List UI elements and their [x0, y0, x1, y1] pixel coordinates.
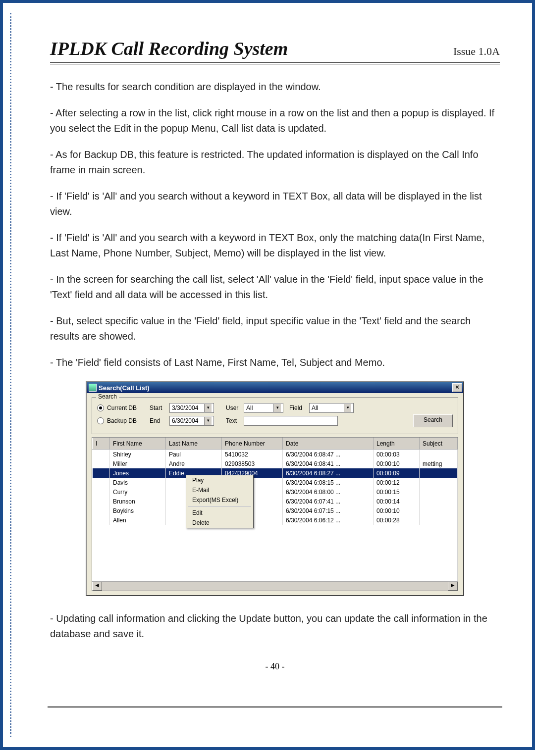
text-input[interactable] — [244, 416, 338, 426]
context-menu[interactable]: Play E-Mail Export(MS Excel) Edit Delete — [186, 475, 254, 528]
search-button[interactable]: Search — [413, 414, 453, 427]
search-group: Search Current DB Start 3/30/2004 ▾ User… — [92, 397, 458, 434]
field-select[interactable]: All ▾ — [309, 403, 354, 413]
table-row[interactable]: Brunson6/30/2004 6:07:41 ...00:00:14 — [93, 497, 458, 506]
menu-delete[interactable]: Delete — [186, 518, 253, 528]
close-button[interactable]: × — [452, 383, 462, 392]
chevron-down-icon[interactable]: ▾ — [204, 417, 212, 425]
col-first-name[interactable]: First Name — [110, 438, 166, 450]
col-i[interactable]: I — [93, 438, 110, 450]
table-row[interactable]: MillerAndre0290385036/30/2004 6:08:41 ..… — [93, 459, 458, 468]
document-header: IPLDK Call Recording System Issue 1.0A — [50, 38, 500, 64]
start-label: Start — [150, 404, 166, 411]
start-date-input[interactable]: 3/30/2004 ▾ — [169, 403, 214, 413]
menu-play[interactable]: Play — [186, 475, 253, 485]
user-select[interactable]: All ▾ — [244, 403, 283, 413]
body-paragraph: - The 'Field' field consists of Last Nam… — [50, 355, 500, 370]
body-paragraph: - After selecting a row in the list, cli… — [50, 105, 500, 136]
col-date[interactable]: Date — [283, 438, 374, 450]
chevron-down-icon[interactable]: ▾ — [273, 404, 281, 412]
user-label: User — [226, 404, 241, 411]
chevron-down-icon[interactable]: ▾ — [344, 404, 351, 412]
scroll-right-icon[interactable]: ► — [448, 582, 458, 591]
dialog-title: Search(Call List) — [99, 384, 150, 392]
body-paragraph: - In the screen for searching the call l… — [50, 272, 500, 302]
radio-backup-db-label: Backup DB — [107, 417, 147, 424]
field-label: Field — [289, 404, 306, 411]
end-date-input[interactable]: 6/30/2004 ▾ — [169, 416, 214, 426]
end-label: End — [150, 417, 166, 424]
results-table: I First Name Last Name Phone Number Date… — [92, 437, 458, 591]
scroll-left-icon[interactable]: ◄ — [92, 582, 102, 591]
table-row[interactable]: Allen26/30/2004 6:06:12 ...00:00:28 — [93, 515, 458, 525]
radio-current-db[interactable] — [97, 404, 104, 411]
document-issue: Issue 1.0A — [453, 45, 500, 58]
menu-edit[interactable]: Edit — [186, 508, 253, 518]
table-row[interactable]: Boykins06/30/2004 6:07:15 ...00:00:10 — [93, 506, 458, 515]
search-call-list-dialog: Search(Call List) × Search Current DB St… — [86, 381, 464, 596]
radio-backup-db[interactable] — [97, 417, 104, 424]
menu-email[interactable]: E-Mail — [186, 485, 253, 495]
document-title: IPLDK Call Recording System — [50, 38, 288, 59]
table-header-row: I First Name Last Name Phone Number Date… — [93, 438, 458, 450]
table-row[interactable]: Curry6/30/2004 6:08:00 ...00:00:15 — [93, 487, 458, 497]
horizontal-scrollbar[interactable]: ◄ ► — [92, 581, 458, 591]
dialog-icon — [89, 384, 97, 392]
table-row[interactable]: JonesEddie04243290046/30/2004 6:08:27 ..… — [93, 468, 458, 478]
body-paragraph: - But, select specific value in the 'Fie… — [50, 313, 500, 344]
page-number: - 40 - — [50, 661, 500, 672]
body-paragraph: - Updating call information and clicking… — [50, 611, 500, 642]
body-paragraph: - The results for search condition are d… — [50, 79, 500, 95]
radio-current-db-label: Current DB — [107, 404, 147, 411]
text-label: Text — [226, 417, 241, 424]
col-length[interactable]: Length — [374, 438, 420, 450]
chevron-down-icon[interactable]: ▾ — [204, 404, 212, 412]
col-last-name[interactable]: Last Name — [166, 438, 222, 450]
menu-export[interactable]: Export(MS Excel) — [186, 495, 253, 505]
footer-rule — [48, 706, 502, 707]
body-paragraph: - If 'Field' is 'All' and you search wit… — [50, 230, 500, 261]
decorative-dotted-line — [10, 13, 12, 737]
body-paragraph: - If 'Field' is 'All' and you search wit… — [50, 189, 500, 219]
menu-separator — [188, 506, 251, 507]
col-subject[interactable]: Subject — [420, 438, 458, 450]
table-row[interactable]: ShirleyPaul54100326/30/2004 6:08:47 ...0… — [93, 450, 458, 459]
dialog-titlebar[interactable]: Search(Call List) × — [87, 382, 463, 393]
body-paragraph: - As for Backup DB, this feature is rest… — [50, 147, 500, 178]
col-phone[interactable]: Phone Number — [222, 438, 283, 450]
table-row[interactable]: Davis76/30/2004 6:08:15 ...00:00:12 — [93, 478, 458, 487]
search-group-label: Search — [96, 393, 119, 400]
